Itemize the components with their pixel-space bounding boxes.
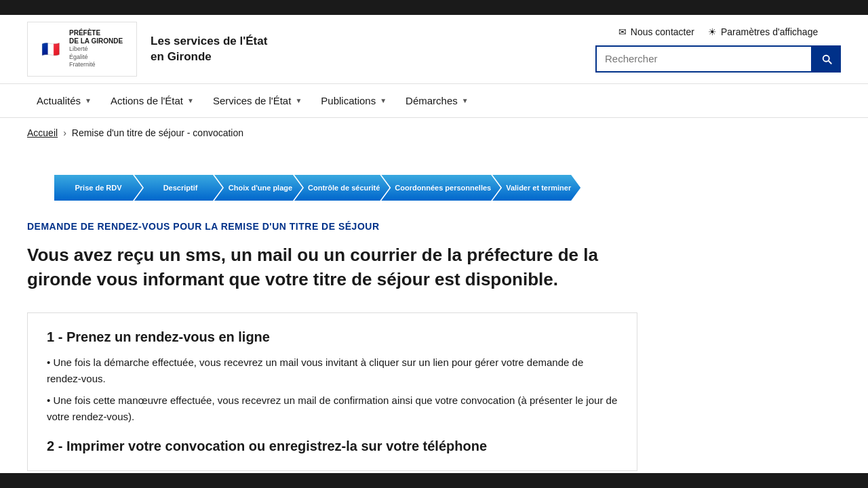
step-6-label: Valider et terminer [506, 184, 571, 192]
section-2-title: 2 - Imprimer votre convocation ou enregi… [47, 439, 618, 454]
bottom-bar [0, 473, 868, 488]
nav-item-actions: Actions de l'État ▼ [101, 84, 203, 117]
nav-item-publications: Publications ▼ [311, 84, 396, 117]
content-box: 1 - Prenez un rendez-vous en ligne • Une… [27, 312, 637, 471]
nav-label-actualites: Actualités [37, 95, 81, 106]
step-5-label: Coordonnées personnelles [395, 184, 491, 192]
logo-equality: Égalité [69, 54, 123, 62]
contact-label: Nous contacter [631, 26, 694, 37]
breadcrumb: Accueil › Remise d'un titre de séjour - … [0, 118, 868, 148]
logo-subtitle1: PRÉFÈTE [69, 29, 123, 37]
nav-link-actions[interactable]: Actions de l'État ▼ [101, 84, 203, 117]
top-bar [0, 0, 868, 15]
header-top-links: ✉ Nous contacter ☀ Paramètres d'affichag… [618, 26, 818, 37]
nav-link-publications[interactable]: Publications ▼ [311, 84, 396, 117]
page-heading: Vous avez reçu un sms, un mail ou un cou… [27, 243, 637, 292]
nav-item-actualites: Actualités ▼ [27, 84, 101, 117]
contact-link[interactable]: ✉ Nous contacter [618, 26, 694, 37]
settings-link[interactable]: ☀ Paramètres d'affichage [708, 26, 818, 37]
logo-text: PRÉFÈTE DE LA GIRONDE Liberté Égalité Fr… [69, 29, 123, 69]
nav-link-actualites[interactable]: Actualités ▼ [27, 84, 101, 117]
nav-item-services: Services de l'État ▼ [203, 84, 311, 117]
step-1[interactable]: Prise de RDV [54, 175, 142, 201]
settings-label: Paramètres d'affichage [721, 26, 818, 37]
section-1-bullet-2: • Une fois cette manœuvre effectuée, vou… [47, 392, 618, 425]
step-3-label: Choix d'une plage [229, 184, 292, 192]
section-1-title: 1 - Prenez un rendez-vous en ligne [47, 329, 618, 345]
site-title: Les services de l'État en Gironde [151, 34, 273, 64]
page-subtitle: DEMANDE DE RENDEZ-VOUS POUR LA REMISE D'… [27, 221, 841, 232]
step-5[interactable]: Coordonnées personnelles [381, 175, 500, 201]
nav-label-services: Services de l'État [213, 95, 291, 106]
nav-label-demarches: Démarches [406, 95, 458, 106]
logo-fraternity: Fraternité [69, 61, 123, 69]
step-2-label: Descriptif [163, 184, 198, 192]
logo-block: 🇫🇷 PRÉFÈTE DE LA GIRONDE Liberté Égalité… [27, 22, 137, 77]
chevron-down-icon-1: ▼ [187, 97, 194, 104]
breadcrumb-separator: › [63, 127, 66, 138]
header: 🇫🇷 PRÉFÈTE DE LA GIRONDE Liberté Égalité… [0, 15, 868, 84]
steps-container: Prise de RDV Descriptif Choix d'une plag… [54, 175, 841, 201]
main-nav: Actualités ▼ Actions de l'État ▼ Service… [0, 84, 868, 118]
mail-icon: ✉ [618, 26, 627, 37]
chevron-down-icon-4: ▼ [462, 97, 469, 104]
nav-list: Actualités ▼ Actions de l'État ▼ Service… [27, 84, 841, 117]
header-right: ✉ Nous contacter ☀ Paramètres d'affichag… [595, 26, 841, 73]
search-container [595, 45, 841, 73]
main-content: Prise de RDV Descriptif Choix d'une plag… [0, 148, 868, 488]
step-4-label: Contrôle de sécurité [308, 184, 380, 192]
chevron-down-icon-0: ▼ [85, 97, 92, 104]
step-1-label: Prise de RDV [75, 184, 121, 192]
search-button[interactable] [812, 45, 841, 73]
nav-link-demarches[interactable]: Démarches ▼ [396, 84, 478, 117]
breadcrumb-home[interactable]: Accueil [27, 127, 58, 138]
search-input[interactable] [595, 45, 812, 73]
step-3[interactable]: Choix d'une plage [214, 175, 302, 201]
step-2[interactable]: Descriptif [134, 175, 222, 201]
chevron-down-icon-2: ▼ [295, 97, 302, 104]
logo-liberty: Liberté [69, 45, 123, 54]
nav-item-demarches: Démarches ▼ [396, 84, 478, 117]
breadcrumb-current: Remise d'un titre de séjour - convocatio… [72, 127, 243, 138]
nav-label-publications: Publications [321, 95, 376, 106]
header-left: 🇫🇷 PRÉFÈTE DE LA GIRONDE Liberté Égalité… [27, 22, 273, 77]
search-icon [821, 53, 833, 65]
step-4[interactable]: Contrôle de sécurité [294, 175, 389, 201]
chevron-down-icon-3: ▼ [380, 97, 387, 104]
nav-link-services[interactable]: Services de l'État ▼ [203, 84, 311, 117]
nav-label-actions: Actions de l'État [111, 95, 183, 106]
step-6[interactable]: Valider et terminer [492, 175, 580, 201]
section-1-bullet-1: • Une fois la démarche effectuée, vous r… [47, 354, 618, 387]
logo-flag: 🇫🇷 [41, 42, 60, 57]
logo-subtitle2: DE LA GIRONDE [69, 37, 123, 45]
sun-icon: ☀ [708, 26, 717, 37]
